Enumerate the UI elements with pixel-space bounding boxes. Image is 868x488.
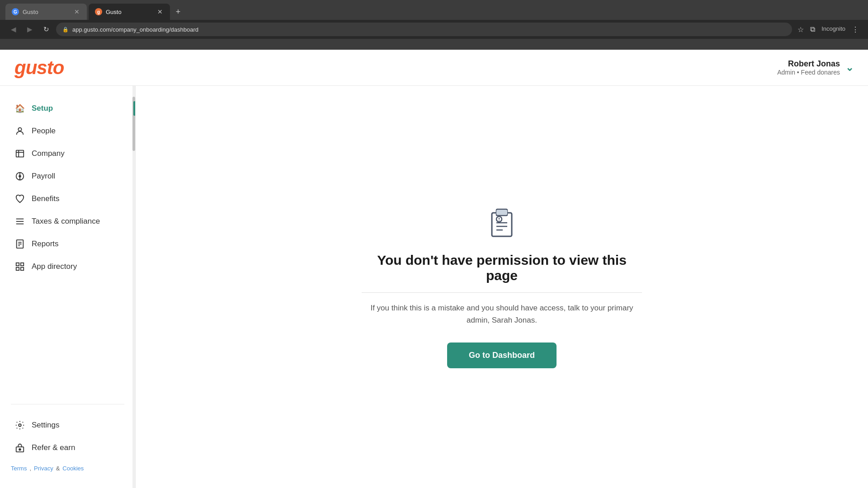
tab-favicon-2: g bbox=[95, 8, 102, 15]
svg-rect-1 bbox=[16, 150, 24, 157]
app-main: 🏠 Setup People bbox=[0, 86, 868, 488]
svg-rect-21 bbox=[492, 213, 512, 236]
reload-button[interactable]: ↻ bbox=[40, 23, 52, 36]
app-directory-icon bbox=[14, 261, 25, 272]
tab-close-1[interactable]: ✕ bbox=[73, 7, 80, 16]
incognito-label: Incognito bbox=[820, 23, 847, 36]
sidebar-label-benefits: Benefits bbox=[32, 194, 59, 203]
sidebar-label-setup: Setup bbox=[32, 104, 53, 113]
gusto-logo[interactable]: gusto bbox=[14, 57, 64, 79]
svg-rect-16 bbox=[16, 267, 19, 270]
bookmark-button[interactable]: ☆ bbox=[796, 23, 806, 36]
cookies-link[interactable]: Cookies bbox=[62, 465, 84, 472]
back-button[interactable]: ◀ bbox=[7, 23, 20, 36]
tab-title-1: Gusto bbox=[23, 9, 70, 15]
sidebar-label-app-directory: App directory bbox=[32, 262, 77, 271]
refer-icon bbox=[14, 442, 25, 453]
sidebar-label-people: People bbox=[32, 127, 56, 136]
svg-rect-14 bbox=[16, 263, 19, 266]
sidebar-label-settings: Settings bbox=[32, 421, 59, 430]
taxes-icon bbox=[14, 216, 25, 227]
permission-description: If you think this is a mistake and you s… bbox=[362, 302, 642, 326]
address-bar[interactable]: 🔒 app.gusto.com/company_onboarding/dashb… bbox=[56, 23, 792, 36]
sidebar-label-reports: Reports bbox=[32, 239, 59, 249]
sidebar-scrollbar[interactable] bbox=[132, 86, 135, 488]
svg-point-6 bbox=[19, 175, 21, 177]
menu-button[interactable]: ⋮ bbox=[850, 23, 861, 36]
sidebar-item-settings[interactable]: Settings bbox=[4, 414, 132, 436]
browser-tab-2[interactable]: g Gusto ✕ bbox=[89, 4, 170, 20]
permission-icon bbox=[484, 206, 520, 242]
sidebar-item-reports[interactable]: Reports bbox=[4, 233, 132, 255]
chevron-down-icon[interactable]: ⌄ bbox=[845, 62, 854, 74]
tab-bar: G Gusto ✕ g Gusto ✕ + bbox=[0, 0, 868, 20]
svg-point-18 bbox=[19, 424, 21, 427]
main-content: You don't have permission to view this p… bbox=[136, 86, 868, 488]
sidebar-divider bbox=[11, 404, 124, 404]
browser-tab-1[interactable]: G Gusto ✕ bbox=[5, 4, 87, 20]
benefits-icon bbox=[14, 193, 25, 204]
svg-point-20 bbox=[19, 449, 21, 450]
settings-icon bbox=[14, 420, 25, 431]
lock-icon: 🔒 bbox=[62, 27, 69, 33]
footer-and: & bbox=[56, 465, 60, 472]
nav-actions: ☆ ⧉ Incognito ⋮ bbox=[796, 23, 861, 36]
sidebar-item-refer[interactable]: Refer & earn bbox=[4, 437, 132, 459]
go-dashboard-button[interactable]: Go to Dashboard bbox=[447, 343, 557, 368]
tab-favicon-1: G bbox=[12, 8, 19, 15]
payroll-icon bbox=[14, 171, 25, 182]
sidebar-item-app-directory[interactable]: App directory bbox=[4, 256, 132, 277]
svg-rect-17 bbox=[21, 267, 24, 270]
footer-links: Terms , Privacy & Cookies bbox=[0, 460, 135, 477]
user-info: Robert Jonas Admin • Feed donares bbox=[777, 59, 840, 76]
footer-sep-1: , bbox=[29, 465, 31, 472]
address-text: app.gusto.com/company_onboarding/dashboa… bbox=[72, 26, 198, 33]
permission-card: You don't have permission to view this p… bbox=[335, 188, 669, 386]
permission-title: You don't have permission to view this p… bbox=[362, 253, 642, 283]
tab-close-2[interactable]: ✕ bbox=[156, 7, 164, 16]
sidebar-label-taxes: Taxes & compliance bbox=[32, 217, 100, 226]
new-tab-button[interactable]: + bbox=[172, 5, 184, 18]
sidebar-item-setup[interactable]: 🏠 Setup bbox=[4, 98, 132, 119]
sidebar-label-payroll: Payroll bbox=[32, 172, 55, 181]
company-icon bbox=[14, 148, 25, 159]
svg-rect-15 bbox=[21, 263, 24, 266]
permission-divider bbox=[362, 292, 642, 293]
browser-nav-bar: ◀ ▶ ↻ 🔒 app.gusto.com/company_onboarding… bbox=[0, 20, 868, 39]
reports-icon bbox=[14, 239, 25, 249]
privacy-link[interactable]: Privacy bbox=[34, 465, 53, 472]
sidebar-item-company[interactable]: Company bbox=[4, 143, 132, 164]
svg-point-29 bbox=[499, 220, 500, 221]
app-container: gusto Robert Jonas Admin • Feed donares … bbox=[0, 50, 868, 488]
people-icon bbox=[14, 126, 25, 136]
sidebar-label-company: Company bbox=[32, 149, 65, 158]
sidebar-nav: 🏠 Setup People bbox=[0, 93, 135, 399]
sidebar-item-payroll[interactable]: Payroll bbox=[4, 165, 132, 187]
app-header: gusto Robert Jonas Admin • Feed donares … bbox=[0, 50, 868, 86]
home-icon: 🏠 bbox=[14, 103, 25, 114]
sidebar-item-taxes[interactable]: Taxes & compliance bbox=[4, 211, 132, 232]
forward-button[interactable]: ▶ bbox=[24, 23, 36, 36]
user-name: Robert Jonas bbox=[777, 59, 840, 69]
sidebar: 🏠 Setup People bbox=[0, 86, 136, 488]
sidebar-footer: Settings Refer & earn Terms , bbox=[0, 410, 135, 481]
sidebar-item-benefits[interactable]: Benefits bbox=[4, 188, 132, 210]
sidebar-label-refer: Refer & earn bbox=[32, 443, 75, 452]
terms-link[interactable]: Terms bbox=[11, 465, 27, 472]
user-role: Admin • Feed donares bbox=[777, 69, 840, 76]
user-profile[interactable]: Robert Jonas Admin • Feed donares ⌄ bbox=[777, 59, 854, 76]
tab-search-button[interactable]: ⧉ bbox=[808, 23, 817, 36]
svg-rect-23 bbox=[496, 210, 507, 215]
browser-chrome: G Gusto ✕ g Gusto ✕ + ◀ ▶ ↻ 🔒 app.gusto.… bbox=[0, 0, 868, 50]
sidebar-item-people[interactable]: People bbox=[4, 120, 132, 142]
tab-title-2: Gusto bbox=[106, 9, 153, 15]
svg-point-0 bbox=[18, 128, 21, 131]
